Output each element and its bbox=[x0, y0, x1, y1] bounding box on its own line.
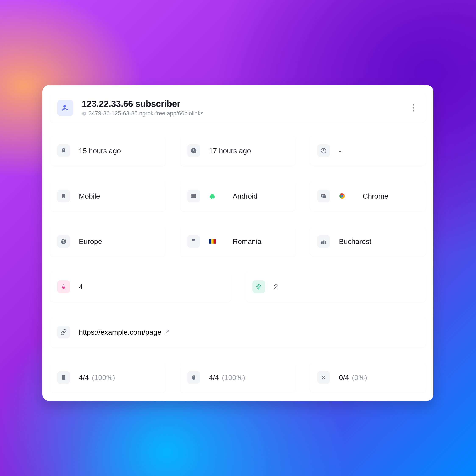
subscriber-card: 123.22.33.66 subscriber 3479-86-125-63-8… bbox=[42, 85, 433, 401]
city-icon bbox=[317, 235, 330, 248]
mobile-stat-icon bbox=[57, 371, 70, 384]
tile-stat-mobile: 4/4(100%) bbox=[50, 362, 166, 393]
subtitle-text: 3479-86-125-63-85.ngrok-free.app/66bioli… bbox=[89, 110, 204, 117]
svg-rect-19 bbox=[322, 241, 322, 242]
stat-clicks-value: 4/4(100%) bbox=[209, 374, 245, 382]
svg-rect-17 bbox=[323, 240, 324, 244]
fire-icon bbox=[57, 280, 70, 293]
fingerprint-icon bbox=[252, 280, 265, 293]
play-circle-icon bbox=[82, 111, 86, 116]
tile-hot-count: 4 bbox=[50, 272, 231, 302]
chrome-icon bbox=[339, 193, 345, 199]
hot-count-value: 4 bbox=[79, 283, 83, 291]
svg-point-4 bbox=[63, 198, 64, 198]
svg-rect-18 bbox=[325, 241, 326, 244]
history-icon bbox=[317, 144, 330, 157]
card-header: 123.22.33.66 subscriber 3479-86-125-63-8… bbox=[50, 93, 426, 123]
flag-romania-icon bbox=[209, 239, 216, 244]
user-check-icon bbox=[61, 104, 69, 112]
tile-country: Romania bbox=[180, 226, 296, 257]
svg-rect-20 bbox=[322, 241, 322, 242]
tile-os: Android bbox=[180, 181, 296, 211]
svg-point-24 bbox=[63, 379, 64, 379]
mouse-icon bbox=[187, 371, 200, 384]
svg-rect-21 bbox=[323, 240, 324, 240]
tile-stat-dismiss: 0/4(0%) bbox=[310, 362, 426, 393]
os-value: Android bbox=[233, 192, 257, 200]
tile-stat-clicks: 4/4(100%) bbox=[180, 362, 296, 393]
referrer-url-text: https://example.com/page bbox=[79, 328, 161, 336]
continent-value: Europe bbox=[79, 237, 102, 246]
external-link-icon bbox=[164, 330, 169, 335]
svg-rect-15 bbox=[213, 239, 216, 243]
city-value: Bucharest bbox=[339, 237, 371, 246]
svg-rect-5 bbox=[191, 194, 196, 196]
svg-point-0 bbox=[63, 105, 66, 107]
last-seen-value: 17 hours ago bbox=[209, 147, 251, 155]
svg-rect-22 bbox=[324, 240, 324, 240]
more-menu-button[interactable] bbox=[408, 103, 419, 113]
stat-mobile-value: 4/4(100%) bbox=[79, 374, 115, 382]
globe-icon bbox=[57, 235, 70, 248]
tile-browser: Chrome bbox=[310, 181, 426, 211]
flag-icon bbox=[187, 235, 200, 248]
country-value: Romania bbox=[233, 237, 261, 246]
svg-rect-14 bbox=[211, 239, 213, 243]
tile-referrer-url: https://example.com/page bbox=[50, 317, 426, 347]
device-value: Mobile bbox=[79, 192, 100, 200]
rocket-icon bbox=[57, 144, 70, 157]
page-title: 123.22.33.66 subscriber bbox=[82, 99, 400, 109]
link-icon bbox=[57, 326, 70, 339]
server-icon bbox=[187, 190, 200, 202]
windows-icon bbox=[317, 190, 330, 202]
svg-rect-16 bbox=[321, 241, 323, 244]
mobile-icon bbox=[57, 190, 70, 202]
browser-value: Chrome bbox=[363, 192, 388, 200]
tile-history: - bbox=[310, 136, 426, 166]
svg-rect-8 bbox=[322, 195, 326, 198]
svg-rect-6 bbox=[191, 196, 196, 198]
svg-point-11 bbox=[341, 195, 343, 197]
stat-dismiss-value: 0/4(0%) bbox=[339, 374, 367, 382]
svg-rect-13 bbox=[209, 239, 211, 243]
tile-created: 15 hours ago bbox=[50, 136, 166, 166]
android-icon bbox=[209, 193, 215, 199]
page-subtitle: 3479-86-125-63-85.ngrok-free.app/66bioli… bbox=[82, 110, 400, 117]
x-icon bbox=[317, 371, 330, 384]
referrer-link[interactable]: https://example.com/page bbox=[79, 328, 169, 336]
created-value: 15 hours ago bbox=[79, 147, 121, 155]
history-value: - bbox=[339, 147, 341, 155]
tile-city: Bucharest bbox=[310, 226, 426, 257]
tile-last-seen: 17 hours ago bbox=[180, 136, 296, 166]
fingerprint-count-value: 2 bbox=[274, 283, 278, 291]
tile-continent: Europe bbox=[50, 226, 166, 257]
tile-fingerprint-count: 2 bbox=[245, 272, 426, 302]
tile-device: Mobile bbox=[50, 181, 166, 211]
avatar bbox=[57, 100, 73, 116]
clock-icon bbox=[187, 144, 200, 157]
svg-point-12 bbox=[61, 239, 66, 244]
